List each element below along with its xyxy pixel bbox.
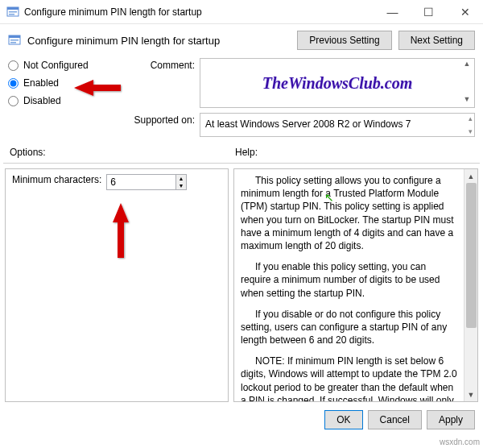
radio-enabled[interactable]: Enabled [8, 77, 113, 89]
help-p3: If you disable or do not configure this … [241, 308, 457, 347]
nav-buttons: Previous Setting Next Setting [297, 31, 475, 50]
policy-large-icon [8, 34, 21, 47]
apply-button[interactable]: Apply [427, 410, 475, 429]
min-chars-input[interactable] [107, 175, 175, 189]
header-left: Configure minimum PIN length for startup [8, 34, 220, 47]
close-button[interactable]: ✕ [447, 0, 483, 24]
svg-rect-5 [9, 35, 20, 38]
header-row: Configure minimum PIN length for startup… [0, 24, 483, 58]
config-area: Not Configured Enabled Disabled Comment:… [0, 58, 483, 143]
options-panel: Minimum characters: ▲ ▼ [5, 168, 229, 402]
divider [3, 163, 480, 164]
radio-disabled[interactable]: Disabled [8, 95, 113, 106]
next-setting-button[interactable]: Next Setting [398, 31, 475, 50]
scrollbar-down-icon[interactable]: ▼ [464, 388, 477, 401]
min-chars-spinner[interactable]: ▲ ▼ [106, 174, 187, 190]
radio-disabled-input[interactable] [8, 96, 19, 106]
maximize-button[interactable]: ☐ [411, 0, 447, 24]
supported-on-value: At least Windows Server 2008 R2 or Windo… [205, 118, 411, 130]
page-title: Configure minimum PIN length for startup [27, 35, 220, 47]
svg-rect-6 [10, 39, 19, 41]
help-scrollbar[interactable]: ▲ ▼ [464, 169, 477, 401]
options-heading: Options: [10, 147, 235, 158]
titlebar-left: Configure minimum PIN length for startup [6, 6, 202, 19]
help-text: This policy setting allows you to config… [234, 169, 464, 401]
help-panel: This policy setting allows you to config… [233, 168, 478, 402]
radio-disabled-label: Disabled [23, 95, 61, 106]
svg-rect-2 [9, 11, 17, 13]
lower-panels: Minimum characters: ▲ ▼ This policy sett… [0, 168, 483, 402]
scrollbar-up-icon[interactable]: ▲ [464, 169, 477, 183]
radio-not-configured[interactable]: Not Configured [8, 60, 113, 71]
spinner-up-icon[interactable]: ▲ [176, 175, 187, 182]
spinner-buttons: ▲ ▼ [175, 175, 187, 189]
spinner-down-icon[interactable]: ▼ [176, 182, 187, 189]
radio-enabled-label: Enabled [23, 77, 59, 89]
supported-on-box: At least Windows Server 2008 R2 or Windo… [200, 113, 475, 137]
help-p4: NOTE: If minimum PIN length is set below… [241, 355, 457, 401]
footer-buttons: OK Cancel Apply [0, 402, 483, 429]
titlebar-controls: — ☐ ✕ [374, 0, 483, 24]
state-radios: Not Configured Enabled Disabled [8, 58, 113, 137]
comment-input[interactable]: ▲ TheWindowsClub.com ▼ [200, 58, 475, 108]
footnote: wsxdn.com [440, 438, 480, 446]
watermark-text: TheWindowsClub.com [262, 74, 413, 93]
supported-scroll-down-icon[interactable]: ▾ [469, 127, 473, 135]
section-labels: Options: Help: [0, 143, 483, 161]
svg-rect-1 [7, 7, 19, 10]
radio-not-configured-input[interactable] [8, 60, 19, 71]
window-title: Configure minimum PIN length for startup [24, 6, 202, 18]
titlebar: Configure minimum PIN length for startup… [0, 0, 483, 24]
minimize-button[interactable]: — [374, 0, 411, 24]
svg-rect-3 [9, 14, 14, 15]
radio-not-configured-label: Not Configured [23, 60, 89, 71]
comment-label: Comment: [122, 58, 195, 71]
previous-setting-button[interactable]: Previous Setting [297, 31, 391, 50]
cancel-button[interactable]: Cancel [368, 410, 422, 429]
comment-scroll-up-icon[interactable]: ▲ [461, 60, 473, 71]
ok-button[interactable]: OK [324, 410, 362, 429]
right-fields: Comment: ▲ TheWindowsClub.com ▼ Supporte… [122, 58, 475, 137]
help-heading: Help: [235, 147, 258, 158]
help-p2: If you enable this policy setting, you c… [241, 260, 457, 300]
supported-scroll-up-icon[interactable]: ▴ [469, 114, 473, 122]
scrollbar-thumb[interactable] [466, 183, 477, 328]
comment-scroll-down-icon[interactable]: ▼ [461, 95, 473, 106]
svg-rect-7 [10, 42, 16, 44]
radio-enabled-input[interactable] [8, 78, 19, 89]
help-p1: This policy setting allows you to config… [241, 174, 457, 252]
min-chars-label: Minimum characters: [12, 174, 101, 185]
policy-icon [6, 6, 19, 19]
supported-label: Supported on: [122, 113, 195, 126]
